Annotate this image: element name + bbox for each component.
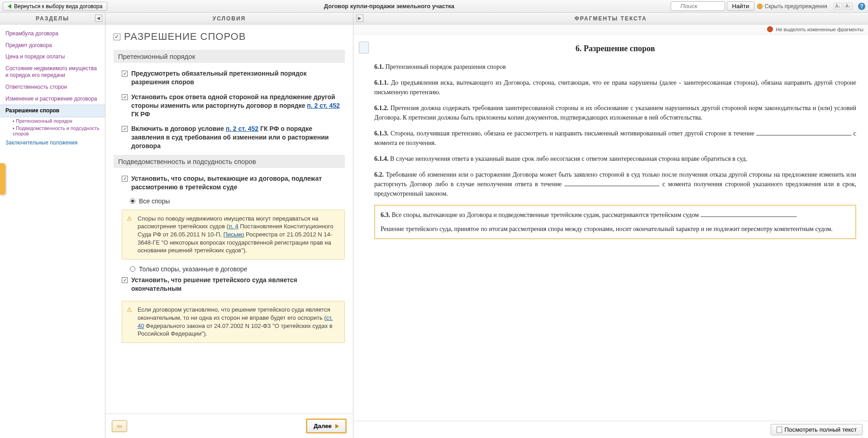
prev-button[interactable]: ⇦ [112, 420, 127, 432]
nav-item-disputes[interactable]: Разрешение споров [0, 105, 105, 117]
conditions-footer: ⇦ Далее [105, 414, 353, 438]
document-body[interactable]: 6. Разрешение споров 6.1. Претензионный … [353, 34, 868, 421]
doc-highlighted-63: 6.3. Все споры, вытекающие из Договора и… [374, 205, 856, 239]
conditions-body: РАЗРЕШЕНИЕ СПОРОВ Претензионный порядок … [105, 24, 353, 414]
doc-p-62: 6.2. Требование об изменении или о расто… [374, 170, 856, 198]
checkbox-opt2[interactable] [122, 94, 128, 100]
search-input[interactable] [671, 1, 725, 11]
sections-panel: РАЗДЕЛЫ ◀ Преамбула договора Предмет дог… [0, 13, 105, 438]
document-icon[interactable] [359, 42, 369, 53]
collapse-left-button[interactable]: ◀ [95, 14, 102, 22]
nav-item-price[interactable]: Цена и порядок оплаты [0, 51, 105, 63]
radio-icon [130, 266, 135, 272]
expand-right-button[interactable]: ▶ [356, 14, 363, 22]
nav-item-condition[interactable]: Состояние недвижимого имущества и порядо… [0, 63, 105, 82]
link-452-2[interactable]: п. 2 ст. 452 [226, 125, 258, 132]
blank-field [564, 181, 659, 186]
fragments-toolbar: Не выделять измененные фрагменты [353, 24, 868, 34]
doc-p-613: 6.1.3. Сторона, получившая претензию, об… [374, 129, 856, 148]
hide-warnings-toggle[interactable]: Скрыть предупреждения [757, 3, 827, 10]
nav-item-termination[interactable]: Изменение и расторжение договора [0, 93, 105, 105]
nav-item-final[interactable]: Заключительные положения [0, 137, 105, 149]
checkbox-opt4[interactable] [122, 176, 128, 182]
top-toolbar: Вернуться к выбору вида договора Договор… [0, 0, 868, 13]
warning-icon [757, 4, 763, 9]
link-452-1[interactable]: п. 2 ст. 452 [307, 102, 339, 109]
nav-item-liability[interactable]: Ответственность сторон [0, 82, 105, 93]
font-decrease-button[interactable]: A↓ [834, 3, 843, 10]
search-box: 🔍 Найти [671, 1, 754, 11]
find-button[interactable]: Найти [727, 1, 754, 11]
conditions-title: РАЗРЕШЕНИЕ СПОРОВ [114, 31, 345, 43]
full-text-button[interactable]: Посмотреть полный текст [771, 424, 863, 435]
sections-header: РАЗДЕЛЫ ◀ [0, 13, 105, 24]
back-button[interactable]: Вернуться к выбору вида договора [3, 2, 107, 11]
warning-realestate: ⚠ Споры по поводу недвижимого имущества … [122, 210, 345, 260]
next-button[interactable]: Далее [306, 419, 347, 433]
radio-all-disputes[interactable]: Все споры [114, 196, 345, 206]
side-tab-handle[interactable] [0, 163, 5, 195]
conditions-panel: УСЛОВИЯ РАЗРЕШЕНИЕ СПОРОВ Претензионный … [105, 13, 353, 438]
fragments-panel: ▶ ФРАГМЕНТЫ ТЕКСТА Не выделять измененны… [353, 13, 868, 438]
option-final-decision: Установить, что решение третейского суда… [114, 274, 345, 298]
blank-field [701, 212, 796, 217]
option-claims-procedure: Предусмотреть обязательный претензионный… [114, 67, 345, 91]
checkbox-opt5[interactable] [122, 277, 128, 283]
nav-item-preamble[interactable]: Преамбула договора [0, 28, 105, 40]
doc-p-611: 6.1.1. До предъявления иска, вытекающего… [374, 78, 856, 97]
doc-p-614: 6.1.4. В случае неполучения ответа в ука… [374, 154, 856, 164]
fragments-footer: Посмотреть полный текст [353, 421, 868, 438]
fragments-header: ▶ ФРАГМЕНТЫ ТЕКСТА [353, 13, 868, 24]
link-letter[interactable]: Письмо [223, 231, 244, 238]
nav-item-subject[interactable]: Предмет договора [0, 40, 105, 52]
option-court-clause: Включить в договор условие п. 2 ст. 452 … [114, 123, 345, 155]
checkbox-opt1[interactable] [122, 71, 128, 77]
option-arbitration: Установить, что споры, вытекающие из дог… [114, 173, 345, 196]
warning-icon: ⚠ [127, 215, 132, 223]
radio-specified-disputes[interactable]: Только споры, указанные в договоре [114, 264, 345, 274]
link-p4[interactable]: п. 4 [229, 223, 238, 230]
warnings-label: Скрыть предупреждения [765, 3, 827, 10]
blank-field [756, 130, 851, 135]
back-label: Вернуться к выбору вида договора [14, 3, 102, 10]
font-increase-button[interactable]: A↑ [844, 3, 853, 10]
doc-title: 6. Разрешение споров [374, 43, 856, 55]
checkbox-opt3[interactable] [122, 126, 128, 132]
highlight-toggle[interactable]: Не выделять измененные фрагменты [767, 26, 863, 32]
subsection-jurisdiction: Подведомственность и подсудность споров [114, 155, 345, 168]
section-checkbox[interactable] [114, 34, 120, 40]
subsection-claims: Претензионный порядок [114, 50, 345, 63]
conditions-header: УСЛОВИЯ [105, 13, 353, 24]
font-size-controls: A↓ A↑ [834, 3, 853, 10]
nav-sub-claims[interactable]: Претензионный порядок [0, 117, 105, 125]
warning-icon: ⚠ [127, 306, 132, 314]
nav-sub-jurisdiction[interactable]: Подведомственность и подсудность споров [0, 125, 105, 137]
doc-p-61: 6.1. Претензионный порядок разрешения сп… [374, 62, 856, 72]
arrow-left-icon [8, 4, 11, 9]
sections-nav: Преамбула договора Предмет договора Цена… [0, 24, 105, 152]
option-response-term: Установить срок ответа одной стороной на… [114, 91, 345, 123]
radio-icon [130, 198, 135, 204]
warning-final: ⚠ Если договором установлено, что решени… [122, 301, 345, 342]
page-title: Договор купли-продажи земельного участка [110, 3, 668, 10]
main-layout: РАЗДЕЛЫ ◀ Преамбула договора Предмет дог… [0, 13, 868, 438]
document-icon [777, 427, 782, 433]
help-button[interactable]: ? [858, 3, 865, 10]
doc-p-612: 6.1.2. Претензия должна содержать требов… [374, 103, 856, 122]
arrow-right-icon [335, 424, 339, 428]
highlight-icon [767, 26, 773, 32]
